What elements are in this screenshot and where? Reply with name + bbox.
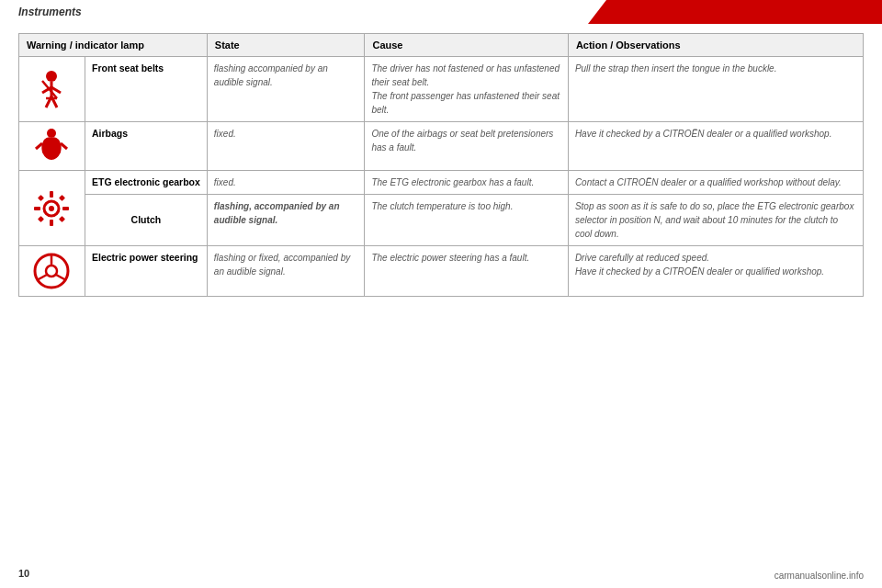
icon-cell-seatbelt <box>19 57 85 122</box>
gearbox-icon <box>32 189 71 228</box>
table-row: ETG electronic gearbox fixed. The ETG el… <box>19 171 864 195</box>
svg-line-24 <box>37 275 47 280</box>
row-state-clutch: flashing, accompanied by an audible sign… <box>207 195 365 246</box>
row-name-airbag: Airbags <box>85 122 207 171</box>
watermark: carmanualsonline.info <box>775 571 864 581</box>
svg-rect-19 <box>38 215 44 221</box>
col-header-action: Action / Observations <box>568 34 863 57</box>
row-state-steering: flashing or fixed, accompanied by an aud… <box>207 246 365 297</box>
seatbelt-icon <box>33 69 70 110</box>
col-header-cause: Cause <box>365 34 568 57</box>
page-title: Instruments <box>18 6 82 18</box>
table-row: Clutch flashing, accompanied by an audib… <box>19 195 864 246</box>
col-header-warning: Warning / indicator lamp <box>19 34 208 57</box>
svg-rect-18 <box>59 194 65 200</box>
row-action-airbag: Have it checked by a CITROËN dealer or a… <box>568 122 863 171</box>
svg-rect-17 <box>38 194 44 200</box>
row-action-steering: Drive carefully at reduced speed.Have it… <box>568 246 863 297</box>
row-cause-clutch: The clutch temperature is too high. <box>365 195 568 246</box>
row-state-etg: fixed. <box>207 171 365 195</box>
svg-rect-16 <box>62 207 69 210</box>
airbag-icon <box>33 127 70 165</box>
page-header: Instruments <box>0 0 882 24</box>
table-row: Electric power steering flashing or fixe… <box>19 246 864 297</box>
svg-line-10 <box>61 143 67 149</box>
icon-cell-airbag <box>19 122 85 171</box>
header-accent-bar <box>588 0 882 24</box>
svg-point-8 <box>47 129 56 138</box>
row-action-clutch: Stop as soon as it is safe to do so, pla… <box>568 195 863 246</box>
row-cause-etg: The ETG electronic gearbox has a fault. <box>365 171 568 195</box>
row-name-etg: ETG electronic gearbox <box>85 171 207 195</box>
row-state-airbag: fixed. <box>207 122 365 171</box>
steering-icon <box>31 251 72 291</box>
svg-line-25 <box>56 275 66 280</box>
main-content: Warning / indicator lamp State Cause Act… <box>0 24 882 306</box>
page-number: 10 <box>18 568 29 579</box>
icon-cell-gearbox <box>19 171 85 246</box>
icon-cell-steering <box>19 246 85 297</box>
warning-table: Warning / indicator lamp State Cause Act… <box>18 33 864 297</box>
table-row: Airbags fixed. One of the airbags or sea… <box>19 122 864 171</box>
svg-rect-13 <box>50 191 53 198</box>
svg-rect-15 <box>34 207 40 210</box>
col-header-state: State <box>207 34 365 57</box>
svg-rect-20 <box>59 215 65 221</box>
row-name-steering: Electric power steering <box>85 246 207 297</box>
svg-point-22 <box>46 266 57 277</box>
row-name-seatbelt: Front seat belts <box>85 57 207 122</box>
row-cause-airbag: One of the airbags or seat belt pretensi… <box>365 122 568 171</box>
row-action-seatbelt: Pull the strap then insert the tongue in… <box>568 57 863 122</box>
row-cause-seatbelt: The driver has not fastened or has unfas… <box>365 57 568 122</box>
row-action-etg: Contact a CITROËN dealer or a qualified … <box>568 171 863 195</box>
svg-point-0 <box>46 71 57 82</box>
row-cause-steering: The electric power steering has a fault. <box>365 246 568 297</box>
svg-rect-14 <box>50 220 53 226</box>
svg-line-9 <box>36 143 42 149</box>
row-state-seatbelt: flashing accompanied by an audible signa… <box>207 57 365 122</box>
row-name-clutch: Clutch <box>85 195 207 246</box>
svg-point-12 <box>49 206 54 211</box>
table-row: Front seat belts flashing accompanied by… <box>19 57 864 122</box>
